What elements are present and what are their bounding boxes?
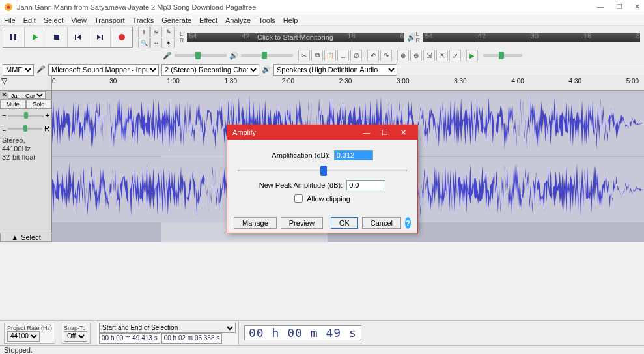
mute-button[interactable]: Mute xyxy=(0,100,26,109)
undo-icon[interactable]: ↶ xyxy=(367,50,379,61)
svg-rect-5 xyxy=(54,35,59,40)
ruler-tick: 2:00 xyxy=(282,78,294,85)
amplification-slider[interactable] xyxy=(235,164,410,176)
svg-marker-4 xyxy=(33,34,38,40)
window-maximize[interactable]: ☐ xyxy=(616,3,623,11)
play-device-select[interactable]: Speakers (High Definition Audio xyxy=(273,64,397,76)
multi-tool-icon[interactable]: ✶ xyxy=(163,38,175,48)
dialog-title: Amplify xyxy=(232,128,357,136)
selection-tool-icon[interactable]: I xyxy=(138,27,150,37)
ruler-tick: 3:30 xyxy=(454,78,466,85)
dialog-maximize[interactable]: ☐ xyxy=(376,128,394,137)
rec-meter-label: LR xyxy=(180,31,184,44)
ruler-tick: 0 xyxy=(52,78,56,85)
window-minimize[interactable]: — xyxy=(597,3,604,11)
dialog-close[interactable]: ✕ xyxy=(394,128,412,137)
ruler-tick: 4:30 xyxy=(569,78,581,85)
ruler-tick: 30 xyxy=(109,78,117,85)
audio-position[interactable]: 00 h 00 m 49 s xyxy=(244,325,361,340)
stop-button[interactable] xyxy=(46,27,68,47)
playback-meter[interactable]: -54-42-30-18-6 xyxy=(423,33,640,42)
svg-marker-7 xyxy=(77,35,81,40)
svg-rect-9 xyxy=(102,35,103,40)
play-at-speed-icon[interactable]: ▶ xyxy=(466,50,478,61)
menu-tracks[interactable]: Tracks xyxy=(133,16,154,24)
menu-select[interactable]: Select xyxy=(44,16,64,24)
paste-icon[interactable]: 📋 xyxy=(324,50,336,61)
redo-icon[interactable]: ↷ xyxy=(380,50,392,61)
ruler-tick: 1:30 xyxy=(225,78,237,85)
rec-channels-select[interactable]: 2 (Stereo) Recording Chann xyxy=(161,64,259,76)
zoom-out-icon[interactable]: ⊖ xyxy=(410,50,422,61)
zoom-toggle-icon[interactable]: ⤢ xyxy=(449,50,461,61)
cancel-button[interactable]: Cancel xyxy=(362,217,401,229)
window-close[interactable]: ✕ xyxy=(634,3,640,11)
track-select-button[interactable]: ▲Select xyxy=(0,233,52,242)
play-speed-slider[interactable] xyxy=(483,54,522,57)
amplification-input[interactable] xyxy=(334,150,373,160)
fit-project-icon[interactable]: ⇱ xyxy=(436,50,448,61)
ruler-tick: 2:30 xyxy=(339,78,352,85)
timeline-pin-icon[interactable]: ▽ xyxy=(0,75,8,87)
gain-slider[interactable] xyxy=(8,115,43,117)
zoom-tool-icon[interactable]: 🔍 xyxy=(138,38,150,48)
speaker-icon: 🔊 xyxy=(407,33,416,42)
timeline[interactable]: ▽ 0301:001:302:002:303:003:304:004:305:0… xyxy=(0,76,644,91)
fit-selection-icon[interactable]: ⇲ xyxy=(423,50,435,61)
cut-icon[interactable]: ✂ xyxy=(298,50,310,61)
menu-effect[interactable]: Effect xyxy=(199,16,217,24)
manage-button[interactable]: Manage xyxy=(234,217,277,229)
zoom-in-icon[interactable]: ⊕ xyxy=(397,50,409,61)
dialog-minimize[interactable]: — xyxy=(357,128,376,136)
record-button[interactable] xyxy=(111,27,132,47)
svg-point-1 xyxy=(7,5,10,8)
trim-icon[interactable]: ⎵ xyxy=(337,50,349,61)
play-button[interactable] xyxy=(25,27,46,47)
timeshift-tool-icon[interactable]: ↔ xyxy=(150,38,162,48)
project-rate-select[interactable]: 44100 xyxy=(7,331,40,342)
rec-volume-slider[interactable] xyxy=(175,54,227,57)
window-titlebar: Jann Gann Mann from Satyameva Jayate 2 M… xyxy=(0,0,644,14)
rec-device-select[interactable]: Microsoft Sound Mapper - Input xyxy=(48,64,159,76)
status-bar: Stopped. xyxy=(0,345,644,354)
selection-start[interactable]: 00 h 00 m 49.413 s xyxy=(99,333,160,344)
menu-analyze[interactable]: Analyze xyxy=(225,16,251,24)
audio-host-select[interactable]: MME xyxy=(3,64,34,76)
peak-label: New Peak Amplitude (dB): xyxy=(259,181,343,189)
copy-icon[interactable]: ⧉ xyxy=(311,50,323,61)
silence-icon[interactable]: ∅ xyxy=(350,50,362,61)
allow-clipping-checkbox[interactable] xyxy=(294,194,303,203)
preview-button[interactable]: Preview xyxy=(281,217,323,229)
selection-format-select[interactable]: Start and End of Selection xyxy=(99,323,236,333)
help-icon[interactable]: ? xyxy=(405,217,411,229)
ok-button[interactable]: OK xyxy=(331,217,358,229)
track-close-icon[interactable]: ✕ xyxy=(0,91,8,99)
peak-input[interactable] xyxy=(346,180,385,190)
menu-edit[interactable]: Edit xyxy=(23,16,36,24)
selection-toolbar: Project Rate (Hz) 44100 Snap-To Off Star… xyxy=(0,320,644,345)
menubar: File Edit Select View Transport Tracks G… xyxy=(0,14,644,26)
menu-tools[interactable]: Tools xyxy=(259,16,275,24)
track-menu[interactable]: Jann Gann M xyxy=(8,91,46,99)
menu-help[interactable]: Help xyxy=(283,16,298,24)
snap-to-select[interactable]: Off xyxy=(64,331,87,342)
amplification-label: Amplification (dB): xyxy=(272,151,329,159)
pause-button[interactable] xyxy=(3,27,25,47)
svg-rect-2 xyxy=(10,34,12,40)
play-volume-slider[interactable] xyxy=(241,54,293,57)
dialog-titlebar[interactable]: Amplify — ☐ ✕ xyxy=(227,125,417,140)
skip-end-button[interactable] xyxy=(89,27,111,47)
skip-start-button[interactable] xyxy=(68,27,89,47)
svg-marker-8 xyxy=(97,35,101,40)
draw-tool-icon[interactable]: ✎ xyxy=(163,27,175,37)
recording-meter[interactable]: Click to Start Monitoring -54-42-30-18-6 xyxy=(187,33,404,42)
solo-button[interactable]: Solo xyxy=(26,100,52,109)
status-text: Stopped. xyxy=(4,346,33,354)
selection-end[interactable]: 00 h 02 m 05.358 s xyxy=(161,333,223,344)
envelope-tool-icon[interactable]: ≋ xyxy=(150,27,162,37)
menu-transport[interactable]: Transport xyxy=(94,16,125,24)
pan-slider[interactable] xyxy=(8,128,42,130)
menu-view[interactable]: View xyxy=(71,16,87,24)
menu-file[interactable]: File xyxy=(4,16,16,24)
menu-generate[interactable]: Generate xyxy=(161,16,191,24)
